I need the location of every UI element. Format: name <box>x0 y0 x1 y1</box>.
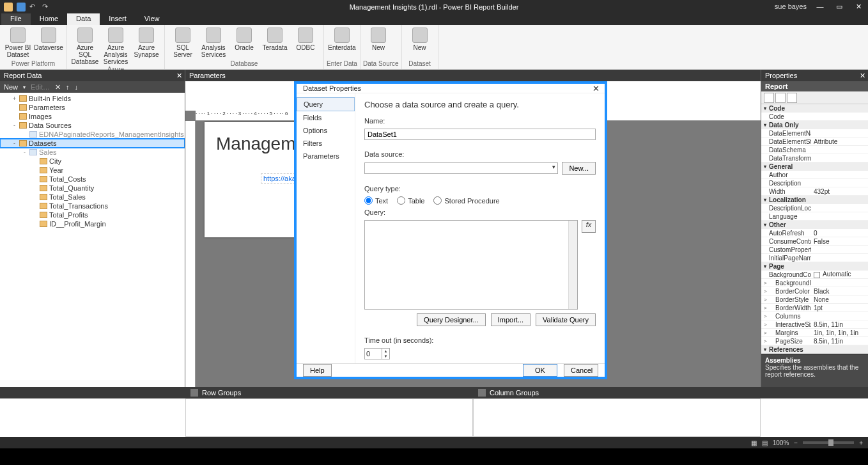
cancel-button[interactable]: Cancel <box>564 364 598 377</box>
tab-file[interactable]: File <box>1 13 31 25</box>
ribbon-new[interactable]: New <box>405 26 435 59</box>
tab-insert[interactable]: Insert <box>100 13 136 25</box>
fx-button[interactable]: fx <box>582 220 596 233</box>
tree-year[interactable]: Year <box>0 166 185 175</box>
prop-descriptionlocid[interactable]: DescriptionLocID <box>761 204 868 212</box>
tree-ednapaginatedreports-managementinsights[interactable]: EDNAPaginatedReports_ManagementInsights <box>0 130 185 139</box>
prop-backgroundimag[interactable]: >BackgroundImag <box>761 279 868 287</box>
panel-close-icon[interactable]: ✕ <box>176 72 182 80</box>
delete-icon[interactable]: ✕ <box>55 83 61 91</box>
tab-view[interactable]: View <box>136 13 169 25</box>
prop-pagesize[interactable]: >PageSize8.5in, 11in <box>761 337 868 345</box>
validate-query-button[interactable]: Validate Query <box>536 313 596 326</box>
prop-dataschema[interactable]: DataSchema <box>761 146 868 154</box>
prop-cat-data-only[interactable]: ▾Data Only <box>761 121 868 129</box>
tree-total-quantity[interactable]: Total_Quantity <box>0 184 185 193</box>
close-button[interactable]: ✕ <box>849 0 868 13</box>
help-button[interactable]: Help <box>303 364 332 377</box>
prop-code[interactable]: Code <box>761 113 868 121</box>
prop-borderwidth[interactable]: >BorderWidth1pt <box>761 304 868 312</box>
ribbon-sql-server[interactable]: SQLServer <box>167 26 198 59</box>
tree-built-in-fields[interactable]: +Built-in Fields <box>0 94 185 103</box>
dataset-name-input[interactable] <box>364 129 596 140</box>
maximize-button[interactable]: ▭ <box>830 0 849 13</box>
tree-city[interactable]: City <box>0 157 185 166</box>
tree-datasets[interactable]: -Datasets <box>0 139 185 148</box>
scrollbar[interactable] <box>568 221 577 309</box>
save-icon[interactable] <box>17 3 26 12</box>
prop-datatransform[interactable]: DataTransform <box>761 154 868 162</box>
tree-sales[interactable]: -Sales <box>0 148 185 157</box>
row-groups-area[interactable] <box>185 398 473 437</box>
move-down-icon[interactable]: ↓ <box>74 83 78 91</box>
prop-margins[interactable]: >Margins1in, 1in, 1in, 1in <box>761 329 868 337</box>
qtype-sp[interactable]: Stored Procedure <box>433 196 499 205</box>
ribbon-power-bi-dataset[interactable]: Power BIDataset <box>3 26 33 59</box>
ribbon-odbc[interactable]: ODBC <box>290 26 321 59</box>
prop-interactivesize[interactable]: >InteractiveSize8.5in, 11in <box>761 320 868 329</box>
ribbon-oracle[interactable]: Oracle <box>229 26 260 59</box>
report-link[interactable]: https://aka <box>261 173 298 184</box>
redo-icon[interactable]: ↷ <box>42 3 51 12</box>
prop-consumecontain[interactable]: ConsumeContainFalse <box>761 237 868 246</box>
ribbon-new[interactable]: New <box>363 26 394 59</box>
prop-cat-localization[interactable]: ▾Localization <box>761 196 868 204</box>
dlg-nav-parameters[interactable]: Parameters <box>297 150 355 162</box>
prop-cat-references[interactable]: ▾References <box>761 345 868 354</box>
query-designer-button[interactable]: Query Designer... <box>417 313 486 326</box>
prop-cat-general[interactable]: ▾General <box>761 162 868 171</box>
prop-borderstyle[interactable]: >BorderStyleNone <box>761 296 868 304</box>
col-groups-area[interactable] <box>473 398 761 437</box>
query-textarea[interactable] <box>364 220 578 310</box>
zoom-in[interactable]: + <box>859 439 863 446</box>
prop-autorefresh[interactable]: AutoRefresh0 <box>761 229 868 237</box>
dlg-nav-filters[interactable]: Filters <box>297 137 355 150</box>
prop-columns[interactable]: >Columns <box>761 312 868 320</box>
prop-initialpagename[interactable]: InitialPageName <box>761 254 868 262</box>
prop-cat-code[interactable]: ▾Code <box>761 104 868 113</box>
tab-data[interactable]: Data <box>67 13 100 25</box>
prop-dataelementstyle[interactable]: DataElementStyleAttribute <box>761 138 868 146</box>
tree-images[interactable]: Images <box>0 112 185 121</box>
props-close-icon[interactable]: ✕ <box>860 72 865 80</box>
tree-total-sales[interactable]: Total_Sales <box>0 193 185 201</box>
tree-parameters[interactable]: Parameters <box>0 103 185 112</box>
ribbon-azure-analysis-services[interactable]: Azure AnalysisServices <box>100 26 131 65</box>
prop-description[interactable]: Description <box>761 179 868 187</box>
ok-button[interactable]: OK <box>523 364 557 377</box>
move-up-icon[interactable]: ↑ <box>66 83 70 91</box>
import-button[interactable]: Import... <box>491 313 531 326</box>
ribbon-azure-synapse[interactable]: AzureSynapse <box>131 26 162 65</box>
undo-icon[interactable]: ↶ <box>29 3 38 12</box>
rd-new[interactable]: New <box>4 83 18 91</box>
tree-total-costs[interactable]: Total_Costs <box>0 175 185 184</box>
tree-total-profits[interactable]: Total_Profits <box>0 210 185 219</box>
prop-cat-other[interactable]: ▾Other <box>761 221 868 229</box>
tree-total-transactions[interactable]: Total_Transactions <box>0 201 185 210</box>
prop-language[interactable]: Language <box>761 212 868 221</box>
zoom-out[interactable]: − <box>794 439 798 446</box>
report-data-tree[interactable]: +Built-in FieldsParametersImages-Data So… <box>0 93 185 387</box>
new-datasource-button[interactable]: New... <box>562 162 596 175</box>
props-categorized-icon[interactable] <box>764 93 774 103</box>
minimize-button[interactable]: — <box>810 0 830 13</box>
prop-cat-page[interactable]: ▾Page <box>761 262 868 271</box>
zoom-slider[interactable] <box>803 441 854 444</box>
dlg-nav-fields[interactable]: Fields <box>297 111 355 124</box>
dialog-close-icon[interactable]: ✕ <box>593 84 600 93</box>
prop-bordercolor[interactable]: >BorderColorBlack <box>761 287 868 296</box>
tree-data-sources[interactable]: -Data Sources <box>0 121 185 130</box>
ribbon-dataverse[interactable]: Dataverse <box>33 26 64 59</box>
tab-home[interactable]: Home <box>31 13 67 25</box>
view-icon-2[interactable]: ▤ <box>762 439 768 446</box>
prop-backgroundcolor[interactable]: BackgroundColorAutomatic <box>761 271 868 279</box>
dlg-nav-query[interactable]: Query <box>297 97 355 111</box>
props-alpha-icon[interactable] <box>775 93 786 103</box>
tree-id-profit-margin[interactable]: ID__Profit_Margin <box>0 219 185 228</box>
prop-dataelementnam[interactable]: DataElementNam <box>761 129 868 138</box>
properties-grid[interactable]: ▾CodeCode▾Data OnlyDataElementNamDataEle… <box>761 104 868 354</box>
qtype-text[interactable]: Text <box>364 196 388 205</box>
ribbon-teradata[interactable]: Teradata <box>260 26 290 59</box>
prop-author[interactable]: Author <box>761 171 868 179</box>
view-icon-1[interactable]: ▦ <box>751 439 757 446</box>
